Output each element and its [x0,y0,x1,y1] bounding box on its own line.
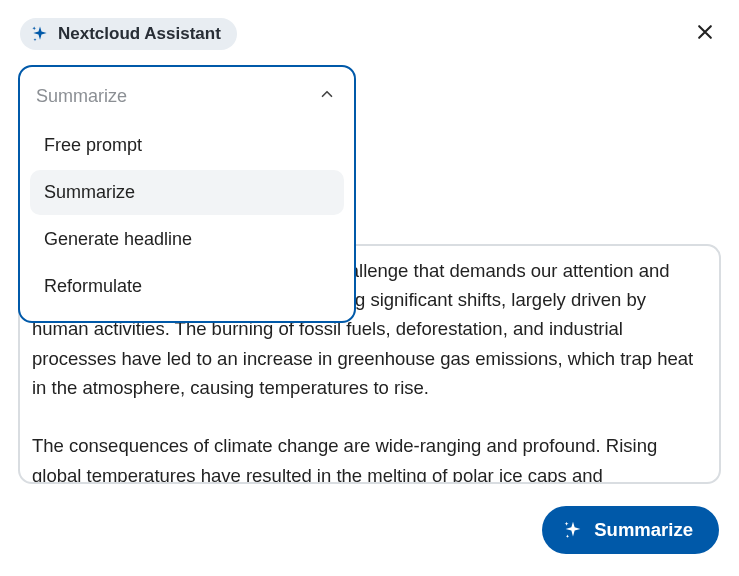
close-button[interactable] [691,18,719,46]
sparkle-icon [562,519,584,541]
summarize-button-label: Summarize [594,519,693,541]
dropdown-placeholder: Summarize [36,86,127,107]
dropdown-option-generate-headline[interactable]: Generate headline [30,217,344,262]
dropdown-list: Free prompt Summarize Generate headline … [20,119,354,309]
chevron-up-icon [318,85,336,107]
sparkle-icon [30,24,50,44]
assistant-badge-label: Nextcloud Assistant [58,24,221,44]
dropdown-option-free-prompt[interactable]: Free prompt [30,123,344,168]
assistant-badge[interactable]: Nextcloud Assistant [20,18,237,50]
dropdown-header[interactable]: Summarize [20,75,354,119]
close-icon [695,22,715,42]
summarize-button[interactable]: Summarize [542,506,719,554]
dropdown-option-reformulate[interactable]: Reformulate [30,264,344,309]
task-type-dropdown[interactable]: Summarize Free prompt Summarize Generate… [18,65,356,323]
dropdown-option-summarize[interactable]: Summarize [30,170,344,215]
